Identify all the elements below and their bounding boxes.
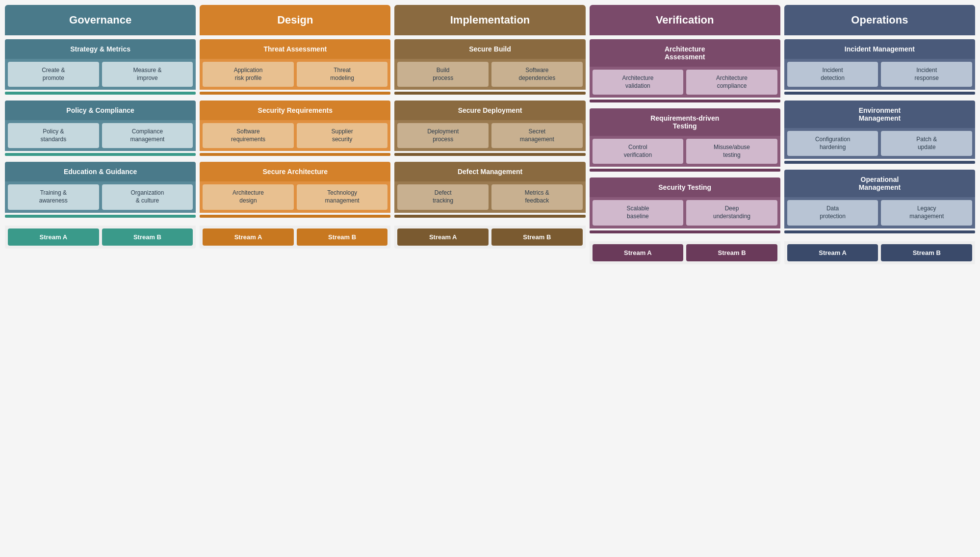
operations-stream-0-0: Incident detection — [787, 62, 878, 87]
operations-bottom-streams: Stream AStream B — [784, 241, 975, 264]
column-governance: GovernanceStrategy & MetricsCreate & pro… — [5, 5, 196, 264]
implementation-bottom-stream-0: Stream A — [397, 228, 489, 246]
governance-bottom-stream-0: Stream A — [8, 228, 99, 246]
implementation-practice-2: Defect ManagementDefect trackingMetrics … — [394, 162, 585, 219]
design-stream-2-0: Architecture design — [203, 184, 294, 209]
operations-practice-title-0: Incident Management — [784, 39, 975, 59]
governance-separator-1 — [5, 153, 196, 156]
implementation-separator-1 — [394, 153, 585, 156]
governance-practice-title-1: Policy & Compliance — [5, 101, 196, 120]
operations-practice-title-2: Operational Management — [784, 170, 975, 197]
verification-separator-2 — [590, 230, 780, 233]
governance-header: Governance — [5, 5, 196, 35]
governance-stream-0-1: Measure & improve — [102, 62, 193, 87]
implementation-stream-0-1: Software dependencies — [491, 62, 583, 87]
verification-practice-title-1: Requirements-driven Testing — [590, 108, 780, 136]
design-streams-row-0: Application risk profileThreat modeling — [200, 59, 390, 90]
operations-stream-2-0: Data protection — [787, 200, 878, 225]
design-header: Design — [200, 5, 390, 35]
operations-separator-2 — [784, 230, 975, 233]
implementation-practice-1: Secure DeploymentDeployment processSecre… — [394, 101, 585, 158]
implementation-separator-2 — [394, 215, 585, 218]
governance-practice-title-2: Education & Guidance — [5, 162, 196, 181]
design-stream-0-0: Application risk profile — [203, 62, 294, 87]
design-stream-1-1: Supplier security — [297, 123, 388, 148]
governance-bottom-stream-1: Stream B — [102, 228, 193, 246]
verification-stream-0-0: Architecture validation — [593, 70, 684, 95]
verification-bottom-streams: Stream AStream B — [590, 241, 780, 264]
verification-stream-1-0: Control verification — [593, 139, 684, 164]
operations-stream-1-1: Patch & update — [881, 131, 972, 156]
design-bottom-streams: Stream AStream B — [200, 226, 390, 249]
operations-bottom-stream-0: Stream A — [787, 244, 878, 261]
governance-practice-title-0: Strategy & Metrics — [5, 39, 196, 59]
design-practice-title-1: Security Requirements — [200, 101, 390, 120]
governance-separator-2 — [5, 215, 196, 218]
design-practice-1: Security RequirementsSoftware requiremen… — [200, 101, 390, 158]
operations-streams-row-2: Data protectionLegacy management — [784, 197, 975, 228]
implementation-separator-0 — [394, 92, 585, 95]
implementation-stream-1-1: Secret management — [491, 123, 583, 148]
implementation-stream-2-1: Metrics & feedback — [491, 184, 583, 209]
operations-practice-1: Environment ManagementConfiguration hard… — [784, 101, 975, 166]
design-bottom-stream-0: Stream A — [203, 228, 294, 246]
design-stream-2-1: Technology management — [297, 184, 388, 209]
operations-practice-2: Operational ManagementData protectionLeg… — [784, 170, 975, 235]
operations-stream-2-1: Legacy management — [881, 200, 972, 225]
governance-practice-1: Policy & CompliancePolicy & standardsCom… — [5, 101, 196, 158]
verification-bottom-stream-1: Stream B — [686, 244, 777, 261]
column-operations: OperationsIncident ManagementIncident de… — [784, 5, 975, 264]
verification-practice-2: Security TestingScalable baselineDeep un… — [590, 177, 780, 235]
operations-header: Operations — [784, 5, 975, 35]
verification-header: Verification — [590, 5, 780, 35]
operations-streams-row-1: Configuration hardeningPatch & update — [784, 128, 975, 159]
operations-stream-1-0: Configuration hardening — [787, 131, 878, 156]
design-separator-1 — [200, 153, 390, 156]
verification-streams-row-2: Scalable baselineDeep understanding — [590, 197, 780, 228]
verification-bottom-stream-0: Stream A — [593, 244, 684, 261]
governance-practice-2: Education & GuidanceTraining & awareness… — [5, 162, 196, 219]
governance-separator-0 — [5, 92, 196, 95]
verification-streams-row-0: Architecture validationArchitecture comp… — [590, 67, 780, 98]
verification-streams-row-1: Control verificationMisuse/abuse testing — [590, 136, 780, 167]
verification-stream-1-1: Misuse/abuse testing — [686, 139, 777, 164]
column-verification: VerificationArchitecture AssessmentArchi… — [590, 5, 780, 264]
implementation-bottom-streams: Stream AStream B — [394, 226, 585, 249]
verification-separator-1 — [590, 169, 780, 172]
verification-stream-0-1: Architecture compliance — [686, 70, 777, 95]
implementation-practice-0: Secure BuildBuild processSoftware depend… — [394, 39, 585, 97]
governance-practice-0: Strategy & MetricsCreate & promoteMeasur… — [5, 39, 196, 97]
design-practice-0: Threat AssessmentApplication risk profil… — [200, 39, 390, 97]
design-separator-2 — [200, 215, 390, 218]
governance-streams-row-1: Policy & standardsCompliance management — [5, 120, 196, 151]
column-implementation: ImplementationSecure BuildBuild processS… — [394, 5, 585, 264]
design-bottom-stream-1: Stream B — [297, 228, 388, 246]
implementation-header: Implementation — [394, 5, 585, 35]
operations-practice-title-1: Environment Management — [784, 101, 975, 128]
design-practice-title-2: Secure Architecture — [200, 162, 390, 181]
operations-bottom-stream-1: Stream B — [881, 244, 972, 261]
column-design: DesignThreat AssessmentApplication risk … — [200, 5, 390, 264]
governance-stream-2-1: Organization & culture — [102, 184, 193, 209]
implementation-streams-row-2: Defect trackingMetrics & feedback — [394, 181, 585, 212]
implementation-bottom-stream-1: Stream B — [491, 228, 583, 246]
implementation-stream-2-0: Defect tracking — [397, 184, 489, 209]
implementation-practice-title-1: Secure Deployment — [394, 101, 585, 120]
governance-stream-1-1: Compliance management — [102, 123, 193, 148]
design-stream-0-1: Threat modeling — [297, 62, 388, 87]
implementation-stream-0-0: Build process — [397, 62, 489, 87]
verification-practice-1: Requirements-driven TestingControl verif… — [590, 108, 780, 174]
design-streams-row-2: Architecture designTechnology management — [200, 181, 390, 212]
design-separator-0 — [200, 92, 390, 95]
design-stream-1-0: Software requirements — [203, 123, 294, 148]
implementation-stream-1-0: Deployment process — [397, 123, 489, 148]
verification-stream-2-1: Deep understanding — [686, 200, 777, 225]
main-grid: GovernanceStrategy & MetricsCreate & pro… — [5, 5, 975, 264]
governance-stream-0-0: Create & promote — [8, 62, 99, 87]
operations-separator-0 — [784, 92, 975, 95]
implementation-practice-title-0: Secure Build — [394, 39, 585, 59]
verification-separator-0 — [590, 100, 780, 102]
verification-practice-0: Architecture AssessmentArchitecture vali… — [590, 39, 780, 104]
design-practice-2: Secure ArchitectureArchitecture designTe… — [200, 162, 390, 219]
operations-practice-0: Incident ManagementIncident detectionInc… — [784, 39, 975, 97]
